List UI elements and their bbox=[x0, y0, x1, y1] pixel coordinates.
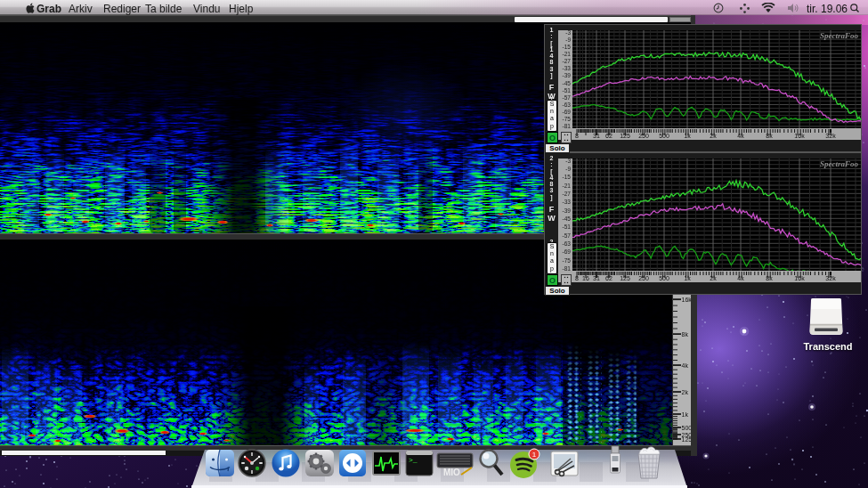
svg-text:-27: -27 bbox=[563, 191, 572, 197]
svg-text:-21: -21 bbox=[563, 51, 572, 57]
svg-text:32k: 32k bbox=[825, 275, 836, 281]
svg-text:-15: -15 bbox=[563, 174, 572, 180]
svg-text:-63: -63 bbox=[563, 240, 572, 247]
svg-text:1k: 1k bbox=[682, 411, 689, 418]
svg-text:1: 1 bbox=[532, 451, 537, 459]
svg-text:-21: -21 bbox=[563, 183, 572, 189]
svg-text:8k: 8k bbox=[766, 275, 773, 281]
svg-text:-51: -51 bbox=[563, 87, 572, 94]
svg-text:-33: -33 bbox=[563, 65, 572, 71]
svg-text:4k: 4k bbox=[737, 275, 744, 281]
svg-text:62: 62 bbox=[605, 275, 612, 281]
svg-text:>_: >_ bbox=[409, 456, 418, 464]
svg-text:-3: -3 bbox=[565, 158, 571, 164]
svg-text:-81: -81 bbox=[563, 265, 572, 272]
svg-text:-9: -9 bbox=[565, 37, 571, 43]
svg-text:-45: -45 bbox=[563, 80, 572, 86]
svg-text:-51: -51 bbox=[563, 224, 572, 230]
svg-text:32k: 32k bbox=[825, 133, 836, 139]
svg-text:2k: 2k bbox=[710, 275, 717, 281]
svg-text:-3: -3 bbox=[565, 29, 571, 36]
svg-text:250: 250 bbox=[638, 133, 649, 139]
svg-text:-63: -63 bbox=[563, 102, 572, 108]
svg-text:8: 8 bbox=[575, 133, 579, 139]
svg-text:125: 125 bbox=[620, 275, 630, 281]
svg-text:250: 250 bbox=[638, 275, 649, 281]
svg-text:-39: -39 bbox=[563, 72, 572, 78]
svg-text:-57: -57 bbox=[563, 94, 572, 101]
svg-text:-69: -69 bbox=[563, 248, 572, 255]
svg-text:31: 31 bbox=[593, 275, 600, 281]
svg-text:-33: -33 bbox=[563, 199, 572, 205]
svg-text:125: 125 bbox=[620, 133, 630, 139]
svg-text:-57: -57 bbox=[563, 232, 572, 239]
svg-text:4k: 4k bbox=[737, 133, 744, 139]
svg-text:-75: -75 bbox=[563, 116, 572, 122]
svg-text:-45: -45 bbox=[563, 216, 572, 222]
svg-text:31: 31 bbox=[593, 133, 600, 139]
svg-text:8k: 8k bbox=[682, 331, 689, 338]
svg-text:500: 500 bbox=[659, 133, 669, 139]
svg-text:8: 8 bbox=[575, 275, 579, 281]
svg-text:16k: 16k bbox=[794, 133, 805, 139]
svg-text:-15: -15 bbox=[563, 44, 572, 50]
svg-text:2k: 2k bbox=[682, 389, 689, 395]
svg-text:-27: -27 bbox=[563, 58, 572, 64]
svg-text:2k: 2k bbox=[710, 133, 717, 139]
svg-text:SpectraFoo: SpectraFoo bbox=[820, 31, 859, 40]
svg-text:8k: 8k bbox=[766, 133, 773, 139]
svg-text:-69: -69 bbox=[563, 109, 572, 115]
svg-text:-75: -75 bbox=[563, 257, 572, 264]
svg-text:-39: -39 bbox=[563, 207, 572, 214]
svg-text:62: 62 bbox=[605, 133, 612, 139]
svg-text:500: 500 bbox=[659, 275, 669, 281]
svg-text:16: 16 bbox=[582, 275, 589, 281]
svg-text:MIO: MIO bbox=[443, 468, 460, 477]
svg-text:4k: 4k bbox=[682, 362, 689, 369]
svg-text:-9: -9 bbox=[565, 166, 571, 172]
svg-text:16k: 16k bbox=[794, 275, 805, 281]
svg-text:SpectraFoo: SpectraFoo bbox=[820, 159, 859, 168]
svg-text:1k: 1k bbox=[684, 275, 691, 281]
svg-text:1k: 1k bbox=[684, 133, 691, 139]
